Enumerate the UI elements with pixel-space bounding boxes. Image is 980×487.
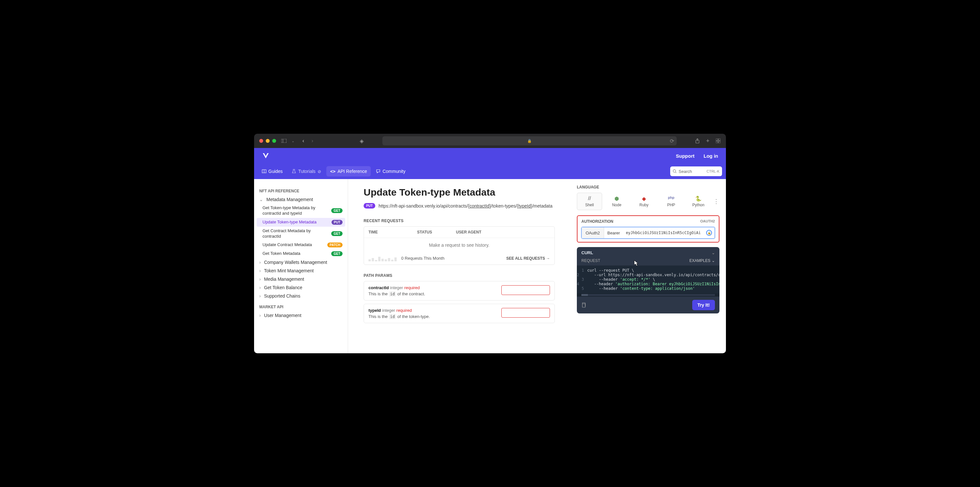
traffic-lights xyxy=(259,139,276,143)
url-bar[interactable]: 🔒 ⟳ xyxy=(382,136,677,145)
close-window[interactable] xyxy=(259,139,263,143)
login-link[interactable]: Log in xyxy=(703,153,718,159)
support-link[interactable]: Support xyxy=(676,153,695,159)
lang-php[interactable]: phpPHP xyxy=(659,193,684,210)
code-body[interactable]: 1curl --request PUT \ 2 --url https://nf… xyxy=(577,265,719,293)
param-row: contractIdintegerrequired This is the id… xyxy=(364,281,555,300)
svg-rect-6 xyxy=(719,141,721,143)
reload-icon[interactable]: ⟳ xyxy=(670,138,674,144)
shield-icon[interactable]: ◈ xyxy=(359,138,364,143)
logo[interactable] xyxy=(262,152,270,160)
code-lang: CURL xyxy=(581,250,593,255)
param-input-contractid[interactable] xyxy=(501,285,550,295)
param-row: typeIdintegerrequired This is the id of … xyxy=(364,304,555,323)
histogram xyxy=(369,255,397,261)
language-header: LANGUAGE xyxy=(577,185,719,189)
empty-message: Make a request to see history. xyxy=(364,238,555,252)
col-time: TIME xyxy=(369,230,417,235)
sidebar-toggle-icon[interactable] xyxy=(281,138,286,143)
code-panel: CURL ⌄ REQUEST EXAMPLES⌄ 1curl --request… xyxy=(577,247,719,313)
copy-button[interactable] xyxy=(581,303,586,308)
col-status: STATUS xyxy=(417,230,456,235)
main-content: Update Token-type Metadata PUT https://n… xyxy=(348,179,570,353)
new-tab-icon[interactable]: + xyxy=(705,138,710,143)
auth-token-input[interactable] xyxy=(623,227,703,238)
lang-ruby[interactable]: ◆Ruby xyxy=(631,193,657,210)
nav-label: Community xyxy=(382,169,406,174)
examples-dropdown[interactable]: EXAMPLES⌄ xyxy=(689,259,715,263)
auth-type: OAUTH2 xyxy=(700,219,715,224)
chat-icon xyxy=(376,169,380,174)
python-icon: 🐍 xyxy=(695,195,702,201)
lang-node[interactable]: ⬢Node xyxy=(604,193,629,210)
sidebar-group-metadata[interactable]: Metadata Management xyxy=(257,195,345,204)
lang-python[interactable]: 🐍Python xyxy=(686,193,711,210)
method-badge: PUT xyxy=(364,203,375,209)
search-icon xyxy=(673,169,677,173)
page-title: Update Token-type Metadata xyxy=(364,187,555,198)
request-label: REQUEST xyxy=(581,259,600,263)
request-count: 0 Requests This Month xyxy=(401,256,444,261)
book-icon xyxy=(262,169,266,174)
chevron-down-icon[interactable]: ⌄ xyxy=(712,251,715,255)
lock-icon: 🔒 xyxy=(708,231,711,235)
sidebar-item[interactable]: Get Token MetadataGET xyxy=(257,249,345,258)
maximize-window[interactable] xyxy=(272,139,276,143)
auth-title: AUTHORIZATION xyxy=(581,219,613,224)
flask-icon xyxy=(292,169,296,174)
minimize-window[interactable] xyxy=(266,139,270,143)
sidebar: NFT API REFERENCE Metadata Management Ge… xyxy=(254,179,348,353)
sidebar-group[interactable]: Media Management xyxy=(257,275,345,283)
try-it-button[interactable]: Try It! xyxy=(692,300,715,310)
back-icon[interactable]: ‹ xyxy=(301,138,306,143)
svg-rect-5 xyxy=(716,141,718,143)
forward-icon[interactable]: › xyxy=(310,138,315,143)
code-icon: <> xyxy=(330,169,336,174)
sidebar-item[interactable]: Update Contract MetadataPATCH xyxy=(257,241,345,249)
sidebar-group[interactable]: Get Token Balance xyxy=(257,283,345,292)
nav-label: Tutorials xyxy=(298,169,315,174)
sidebar-group[interactable]: Company Wallets Management xyxy=(257,258,345,267)
ruby-icon: ◆ xyxy=(642,195,646,201)
see-all-requests[interactable]: SEE ALL REQUESTS → xyxy=(506,256,550,261)
auth-scheme: OAuth2 xyxy=(582,227,604,238)
endpoint-url: https://nft-api-sandbox.venly.io/api/con… xyxy=(379,203,552,209)
endpoint: PUT https://nft-api-sandbox.venly.io/api… xyxy=(364,203,555,209)
recent-requests-table: TIME STATUS USER AGENT Make a request to… xyxy=(364,226,555,265)
lang-shell[interactable]: //Shell xyxy=(577,193,602,210)
svg-rect-9 xyxy=(582,304,585,307)
sidebar-group[interactable]: Token Mint Management xyxy=(257,267,345,275)
auth-input[interactable]: OAuth2 Bearer 🔒 xyxy=(581,227,715,239)
authorization-box: AUTHORIZATION OAUTH2 OAuth2 Bearer 🔒 xyxy=(577,215,719,243)
nav-guides[interactable]: Guides xyxy=(258,166,286,176)
sidebar-group-user[interactable]: User Management xyxy=(257,311,345,320)
browser-titlebar: ⌄ ‹ › ◈ 🔒 ⟳ + xyxy=(254,134,726,148)
chevron-down-icon[interactable]: ⌄ xyxy=(290,138,296,143)
nav-api-reference[interactable]: <> API Reference xyxy=(326,166,371,176)
tabs-grid-icon[interactable] xyxy=(716,138,721,143)
nav-tutorials[interactable]: Tutorials ⊘ xyxy=(288,166,325,176)
app-header: Support Log in xyxy=(254,148,726,163)
disabled-icon: ⊘ xyxy=(318,169,321,174)
sidebar-item[interactable]: Update Token-type MetadataPUT xyxy=(257,218,345,227)
search-input[interactable]: Search CTRL-K xyxy=(670,167,722,176)
recent-requests-header: RECENT REQUESTS xyxy=(364,219,555,223)
auth-lock-button[interactable]: 🔒 xyxy=(703,227,714,238)
share-icon[interactable] xyxy=(695,138,700,143)
search-placeholder: Search xyxy=(679,169,692,174)
right-panel: LANGUAGE //Shell ⬢Node ◆Ruby phpPHP 🐍Pyt… xyxy=(570,179,726,353)
sidebar-item[interactable]: Get Contract Metadata by contractIdGET xyxy=(257,227,345,241)
search-shortcut: CTRL-K xyxy=(706,169,719,173)
sidebar-group[interactable]: Supported Chains xyxy=(257,292,345,300)
col-agent: USER AGENT xyxy=(456,230,550,235)
sidebar-section-header: NFT API REFERENCE xyxy=(257,187,345,195)
nav-community[interactable]: Community xyxy=(372,166,409,176)
auth-bearer-label: Bearer xyxy=(604,227,623,238)
horizontal-scrollbar[interactable] xyxy=(577,293,719,297)
node-icon: ⬢ xyxy=(614,195,619,201)
svg-rect-3 xyxy=(716,139,718,141)
param-input-typeid[interactable] xyxy=(501,308,550,318)
more-languages[interactable]: ⋮ xyxy=(713,198,719,205)
shell-icon: // xyxy=(588,195,591,201)
sidebar-item[interactable]: Get Token-type Metadata by contractId an… xyxy=(257,204,345,218)
